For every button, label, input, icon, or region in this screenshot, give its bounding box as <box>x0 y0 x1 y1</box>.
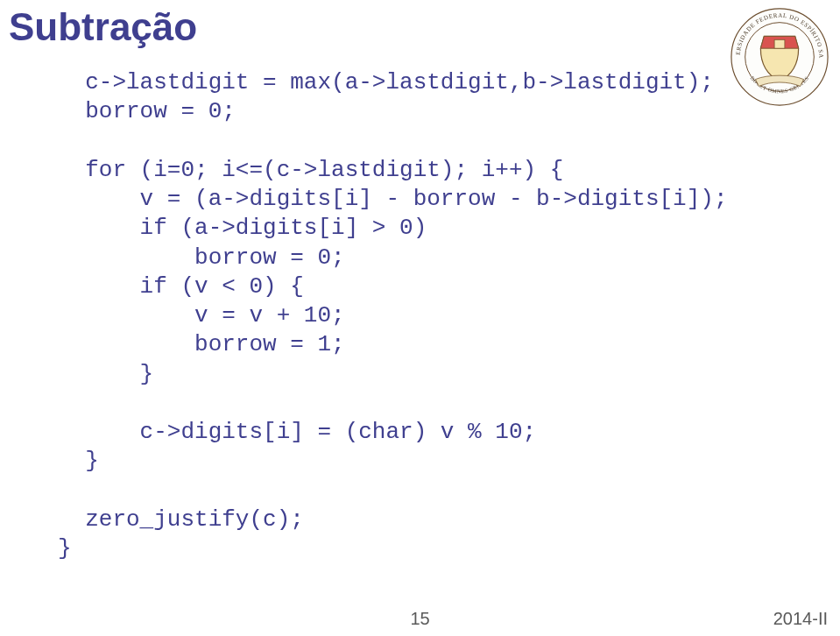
term-label: 2014-II <box>773 609 828 629</box>
footer: 15 2014-II <box>0 604 840 629</box>
slide-title: Subtração <box>9 5 197 49</box>
svg-rect-4 <box>774 39 785 48</box>
code-block: c->lastdigit = max(a->lastdigit,b->lastd… <box>58 68 805 564</box>
page-number: 15 <box>410 609 429 629</box>
